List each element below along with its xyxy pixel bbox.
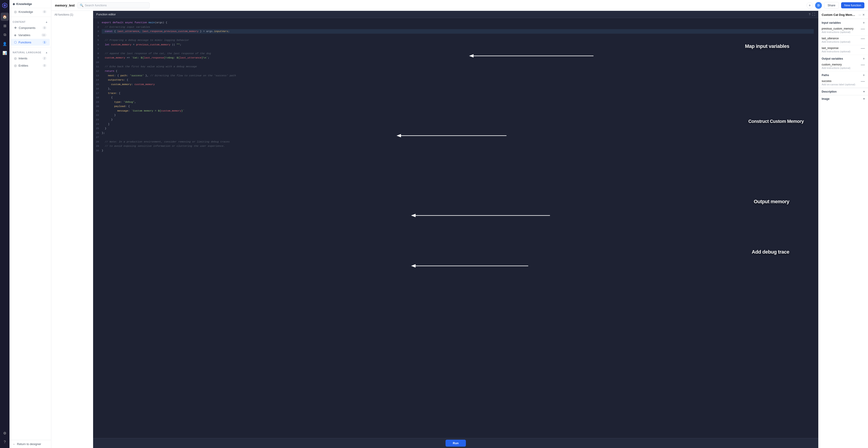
functions-icon: ⬡ (14, 40, 17, 44)
var-name-last-utterance: last_utterance (822, 37, 839, 40)
line-numbers: 12345 678910 1112131415 1617181920 21222… (93, 20, 102, 153)
var-remove-last-response[interactable]: — (861, 46, 865, 50)
variables-label: Variables (18, 33, 30, 37)
path-name-success: success (822, 79, 831, 83)
content-label: Content (13, 21, 26, 23)
input-vars-section-header: Input variables + (818, 19, 868, 26)
sidebar-item-entities[interactable]: ◎ Entities 0 (11, 62, 50, 69)
nav-icon-home[interactable]: 🏠 (1, 13, 9, 21)
var-hint-last-utterance: Add instructions (optional) (822, 40, 865, 43)
sidebar-item-knowledge[interactable]: ◎ Knowledge 0 (11, 8, 50, 15)
right-panel: Custom Cat Dog Memory C... ··· ✕ Input v… (818, 11, 868, 448)
functions-badge: 1 (42, 41, 46, 44)
intents-badge: 2 (42, 57, 46, 60)
natural-language-collapse-icon[interactable]: ▲ (45, 51, 48, 54)
help-icon[interactable]: ? (809, 13, 810, 16)
topbar-actions: + D Share New function (807, 2, 864, 9)
intents-label: Intents (19, 57, 27, 60)
main-area: memory_test 🔍 Search functions + D Share… (51, 0, 868, 448)
paths-title: Paths (822, 74, 829, 77)
entities-badge: 0 (42, 64, 46, 67)
editor-toolbar: Function editor ? ⛶ (93, 11, 818, 18)
editor-toolbar-icons: ? ⛶ (809, 13, 815, 16)
var-name-prev-custom: previous_custom_memory (822, 27, 854, 30)
svg-marker-1 (4, 4, 6, 7)
right-panel-title: Custom Cat Dog Memory C... (822, 13, 856, 16)
var-name-custom-memory: custom_memory (822, 63, 842, 66)
close-icon[interactable]: ✕ (862, 13, 865, 16)
code-block: 12345 678910 1112131415 1617181920 21222… (93, 20, 818, 153)
functions-list-header: All functions (1) (51, 11, 93, 19)
var-remove-custom-memory[interactable]: — (861, 63, 865, 67)
var-name-last-response: last_response (822, 46, 839, 50)
sidebar-item-functions[interactable]: ⬡ Functions 1 (11, 39, 50, 46)
knowledge-label: Knowledge (19, 10, 33, 13)
var-last-utterance: last_utterance — Add instructions (optio… (818, 35, 868, 45)
input-vars-add-button[interactable]: + (863, 21, 865, 25)
var-previous-custom-memory: previous_custom_memory — Add instruction… (818, 26, 868, 35)
run-bar: Run (93, 438, 818, 448)
input-vars-title: Input variables (822, 21, 841, 24)
code-editor[interactable]: 12345 678910 1112131415 1617181920 21222… (93, 18, 818, 438)
nav-icon-grid[interactable]: ⊞ (1, 22, 9, 30)
nav-icon-help[interactable]: ? (1, 438, 9, 446)
var-hint-custom-memory: Add instructions (optional) (822, 67, 865, 69)
annotation-debug: Add debug trace (752, 249, 789, 255)
sidebar-agent-label: Knowledge (16, 2, 32, 6)
entities-label: Entities (19, 64, 28, 67)
path-remove-success[interactable]: — (861, 79, 865, 83)
nav-icon-settings[interactable]: ⚙ (1, 429, 9, 437)
app-logo[interactable] (1, 2, 8, 9)
var-hint-prev-custom: Add instructions (optional) (822, 31, 865, 33)
new-function-button[interactable]: New function (841, 2, 864, 8)
natural-language-label: Natural language (13, 51, 41, 54)
components-badge: 0 (42, 26, 46, 29)
icon-bar: 🏠 ⊞ ⧉ 👤 📊 ⚙ ? (0, 0, 9, 448)
run-button[interactable]: Run (445, 440, 466, 447)
right-panel-header-icons: ··· ✕ (859, 13, 865, 16)
content-section-header: Content ▲ (9, 18, 51, 24)
description-collapse-icon: ▾ (863, 90, 865, 93)
paths-add-button[interactable]: + (863, 73, 865, 77)
nav-icon-users[interactable]: 👤 (1, 40, 9, 48)
description-title: Description (822, 90, 837, 93)
user-avatar[interactable]: D (815, 2, 822, 9)
sidebar-item-intents[interactable]: ◎ Intents 2 (11, 55, 50, 62)
components-label: Components (19, 26, 35, 30)
share-button[interactable]: Share (824, 2, 839, 8)
variables-badge: 11 (41, 33, 46, 37)
add-button[interactable]: + (807, 2, 813, 8)
var-hint-last-response: Add instructions (optional) (822, 50, 865, 53)
functions-list-panel: All functions (1) (51, 11, 93, 448)
expand-icon[interactable]: ⛶ (812, 13, 815, 16)
editor-panel: Function editor ? ⛶ 12345 678910 1112131… (93, 11, 818, 448)
sidebar: ◈ Knowledge ◎ Knowledge 0 Content ▲ ❖ Co… (9, 0, 51, 448)
sidebar-item-variables[interactable]: ◈ Variables 11 (11, 32, 50, 38)
description-section[interactable]: Description ▾ (818, 88, 868, 95)
sidebar-item-components[interactable]: ❖ Components 0 (11, 24, 50, 31)
var-remove-last-utterance[interactable]: — (861, 36, 865, 40)
output-vars-add-button[interactable]: + (863, 57, 865, 61)
divider-2 (9, 47, 51, 47)
search-box[interactable]: 🔍 Search functions (77, 2, 150, 8)
annotation-output: Output memory (754, 199, 789, 205)
image-section[interactable]: Image ▾ (818, 95, 868, 102)
code-content: export default async function main(args)… (102, 20, 818, 153)
agent-icon: ◈ (13, 2, 15, 6)
image-title: Image (822, 97, 830, 101)
return-to-designer[interactable]: ← Return to designer (9, 440, 51, 448)
more-icon[interactable]: ··· (859, 13, 861, 16)
sidebar-agent-header: ◈ Knowledge (9, 0, 51, 8)
content-collapse-icon[interactable]: ▲ (45, 21, 48, 23)
components-icon: ❖ (14, 26, 17, 30)
content-area: All functions (1) Function editor ? ⛶ 12… (51, 11, 868, 448)
nav-icon-layers[interactable]: ⧉ (1, 31, 9, 39)
paths-section-header: Paths + (818, 71, 868, 78)
entities-icon: ◎ (14, 64, 17, 67)
natural-language-header: Natural language ▲ (9, 49, 51, 55)
image-collapse-icon: ▾ (863, 97, 865, 101)
path-hint-success: Add on-canvas label (optional) (822, 83, 865, 86)
var-remove-prev-custom[interactable]: — (861, 27, 865, 31)
nav-icon-chart[interactable]: 📊 (1, 49, 9, 57)
right-panel-header: Custom Cat Dog Memory C... ··· ✕ (818, 11, 868, 19)
